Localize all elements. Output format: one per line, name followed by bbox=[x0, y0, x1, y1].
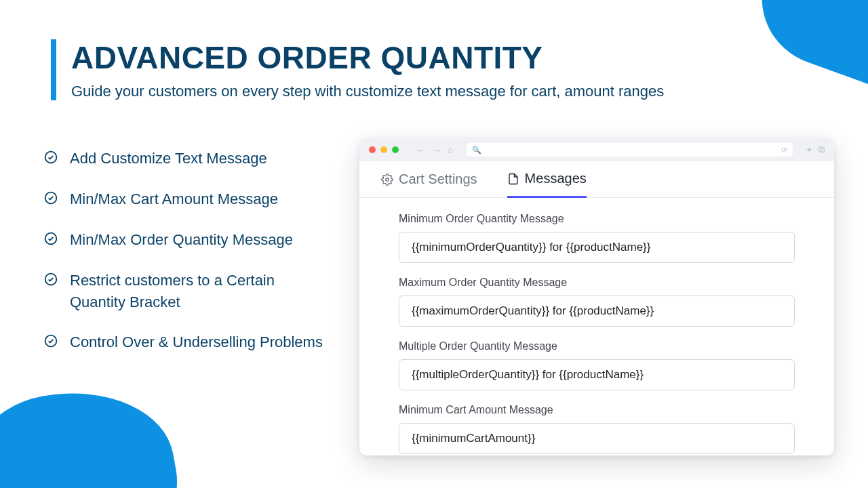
field-multiple-order-qty: Multiple Order Quantity Message bbox=[399, 340, 795, 390]
tab-messages[interactable]: Messages bbox=[507, 171, 587, 198]
tab-label: Messages bbox=[525, 171, 587, 186]
svg-point-5 bbox=[386, 178, 389, 181]
document-icon bbox=[507, 173, 519, 185]
field-min-order-qty: Minimum Order Quantity Message bbox=[399, 213, 795, 263]
field-label: Maximum Order Quantity Message bbox=[399, 277, 795, 289]
feature-text: Min/Max Cart Amount Message bbox=[70, 188, 278, 210]
close-dot-icon[interactable] bbox=[369, 146, 376, 153]
feature-item: Add Customize Text Message bbox=[44, 148, 329, 169]
feature-text: Control Over & Underselling Problems bbox=[70, 331, 323, 353]
feature-item: Control Over & Underselling Problems bbox=[44, 331, 329, 353]
feature-text: Restrict customers to a Certain Quantity… bbox=[70, 270, 329, 313]
check-circle-icon bbox=[44, 334, 58, 348]
feature-list: Add Customize Text Message Min/Max Cart … bbox=[44, 148, 329, 372]
field-label: Multiple Order Quantity Message bbox=[399, 340, 795, 352]
feature-item: Restrict customers to a Certain Quantity… bbox=[44, 270, 329, 313]
min-order-qty-input[interactable] bbox=[399, 232, 795, 263]
decorative-blob-top-right bbox=[743, 0, 868, 89]
home-icon[interactable]: ⌂ bbox=[448, 145, 453, 155]
gear-icon bbox=[381, 174, 393, 186]
page-subtitle: Guide your customers on every step with … bbox=[71, 83, 664, 100]
field-max-order-qty: Maximum Order Quantity Message bbox=[399, 277, 795, 327]
copy-icon[interactable]: ⧉ bbox=[818, 144, 825, 155]
tab-label: Cart Settings bbox=[399, 171, 477, 187]
browser-window: ← → ⌂ 🔍 ⟳ + ⧉ Cart Settings Messages Min… bbox=[359, 138, 834, 455]
browser-chrome: ← → ⌂ 🔍 ⟳ + ⧉ bbox=[359, 138, 834, 161]
tab-bar: Cart Settings Messages bbox=[359, 161, 834, 198]
decorative-blob-bottom-left bbox=[0, 375, 190, 488]
field-label: Minimum Order Quantity Message bbox=[399, 213, 795, 225]
traffic-lights bbox=[369, 146, 399, 153]
tab-cart-settings[interactable]: Cart Settings bbox=[381, 171, 477, 197]
max-order-qty-input[interactable] bbox=[399, 296, 795, 327]
min-cart-amount-input[interactable] bbox=[399, 423, 795, 454]
field-min-cart-amount: Minimum Cart Amount Message bbox=[399, 404, 795, 454]
back-icon[interactable]: ← bbox=[416, 145, 425, 155]
feature-item: Min/Max Cart Amount Message bbox=[44, 188, 329, 210]
address-bar[interactable]: 🔍 ⟳ bbox=[467, 143, 793, 157]
page-header: ADVANCED ORDER QUANTITY Guide your custo… bbox=[51, 39, 664, 100]
page-title: ADVANCED ORDER QUANTITY bbox=[71, 39, 664, 76]
maximize-dot-icon[interactable] bbox=[392, 146, 399, 153]
check-circle-icon bbox=[44, 191, 58, 205]
browser-nav-icons: ← → ⌂ bbox=[416, 145, 453, 155]
messages-form: Minimum Order Quantity Message Maximum O… bbox=[359, 198, 834, 454]
check-circle-icon bbox=[44, 272, 58, 286]
check-circle-icon bbox=[44, 232, 58, 245]
feature-item: Min/Max Order Quantity Message bbox=[44, 229, 329, 251]
forward-icon[interactable]: → bbox=[432, 145, 441, 155]
feature-text: Min/Max Order Quantity Message bbox=[70, 229, 293, 251]
check-circle-icon bbox=[44, 150, 58, 164]
field-label: Minimum Cart Amount Message bbox=[399, 404, 795, 416]
browser-right-icons: + ⧉ bbox=[806, 144, 825, 155]
refresh-icon[interactable]: ⟳ bbox=[781, 146, 787, 155]
feature-text: Add Customize Text Message bbox=[70, 148, 267, 169]
plus-icon[interactable]: + bbox=[806, 144, 812, 155]
minimize-dot-icon[interactable] bbox=[380, 146, 387, 153]
search-icon: 🔍 bbox=[472, 146, 481, 155]
multiple-order-qty-input[interactable] bbox=[399, 359, 795, 390]
